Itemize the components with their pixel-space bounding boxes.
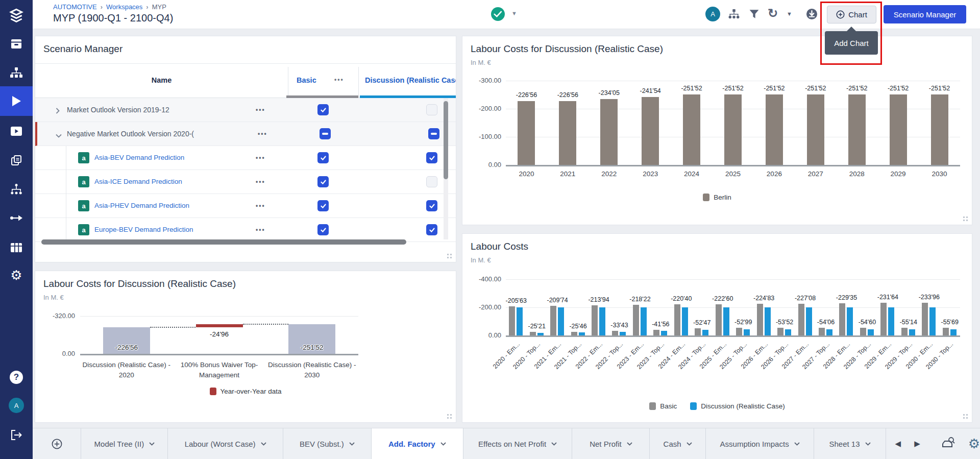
data-bar-basic[interactable] xyxy=(880,303,887,335)
sidebar-item-help[interactable]: ? xyxy=(0,363,33,392)
discussion-checkbox-unchecked[interactable] xyxy=(426,104,437,115)
sidebar-item-sitemap[interactable] xyxy=(0,58,33,88)
publish-icon[interactable] xyxy=(942,437,955,451)
discussion-checkbox-unchecked[interactable] xyxy=(426,176,437,187)
row-menu-dots[interactable]: ••• xyxy=(256,226,265,233)
table-row[interactable]: Negative Market Outlook Version 2020-(••… xyxy=(35,122,456,146)
data-bar-berlin[interactable] xyxy=(931,94,948,165)
basic-checkbox-checked[interactable] xyxy=(317,152,329,163)
data-bar-discussion[interactable] xyxy=(847,307,853,335)
data-bar-discussion[interactable] xyxy=(641,307,647,335)
legend-item-yoy[interactable]: Year-over-Year data xyxy=(210,388,282,395)
data-bar-berlin[interactable] xyxy=(642,97,659,165)
basic-checkbox-indeterminate[interactable] xyxy=(320,128,331,139)
breadcrumb-link-automotive[interactable]: AUTOMOTIVE xyxy=(53,3,97,11)
data-bar-basic[interactable] xyxy=(550,306,556,335)
sheet-tab-effects-on-net-profit[interactable]: Effects on Net Profit xyxy=(463,428,572,459)
table-row[interactable]: aAsia-BEV Demand Prediction••• xyxy=(35,146,456,170)
table-row[interactable]: aEurope-BEV Demand Prediction••• xyxy=(35,218,456,242)
row-menu-dots[interactable]: ••• xyxy=(256,202,265,209)
data-bar-discussion[interactable] xyxy=(909,329,915,335)
data-bar-basic[interactable] xyxy=(943,328,949,335)
chevron-down-icon[interactable] xyxy=(56,131,62,140)
basic-checkbox-checked[interactable] xyxy=(317,200,329,211)
assumption-link[interactable]: Asia-BEV Demand Prediction xyxy=(94,154,184,161)
sidebar-item-presentation[interactable] xyxy=(0,116,33,146)
data-bar-discussion[interactable] xyxy=(517,307,523,335)
data-bar-basic[interactable] xyxy=(695,328,701,335)
add-sheet-button[interactable] xyxy=(33,428,81,459)
data-bar-basic[interactable] xyxy=(819,328,825,335)
panel-resize-handle[interactable] xyxy=(447,254,449,255)
data-bar-discussion[interactable] xyxy=(868,329,874,335)
data-bar-discussion[interactable] xyxy=(661,331,667,335)
data-bar-berlin[interactable] xyxy=(766,94,783,165)
data-bar-berlin[interactable] xyxy=(848,94,866,165)
basic-column-menu-dots[interactable]: ••• xyxy=(334,76,344,83)
sheet-tab-assumption-impacts[interactable]: Assumption Impacts xyxy=(705,428,814,459)
data-bar-discussion[interactable] xyxy=(723,307,729,335)
basic-checkbox-checked[interactable] xyxy=(317,224,329,235)
horizontal-scrollbar-thumb[interactable] xyxy=(41,239,406,245)
data-bar-basic[interactable] xyxy=(530,332,536,335)
sidebar-avatar[interactable]: A xyxy=(0,391,33,420)
data-bar-basic[interactable] xyxy=(633,305,639,335)
refresh-icon[interactable]: ↻ xyxy=(768,6,778,20)
discussion-checkbox-checked[interactable] xyxy=(426,224,437,235)
data-bar-berlin[interactable] xyxy=(807,94,824,165)
data-bar-discussion[interactable] xyxy=(950,329,957,335)
discussion-checkbox-indeterminate[interactable] xyxy=(428,128,439,139)
data-bar-discussion[interactable] xyxy=(765,307,771,335)
sidebar-item-logout[interactable] xyxy=(0,420,33,450)
data-bar-discussion[interactable] xyxy=(929,307,936,335)
data-bar-basic[interactable] xyxy=(716,304,722,335)
legend-item[interactable]: Basic xyxy=(649,402,677,410)
data-bar-discussion[interactable] xyxy=(537,333,544,335)
column-header-basic[interactable]: Basic xyxy=(297,76,316,84)
table-row[interactable]: aAsia-PHEV Demand Prediction••• xyxy=(35,194,456,218)
scenario-manager-button[interactable]: Scenario Manager xyxy=(884,5,966,23)
sheet-settings-gear-icon[interactable]: ⚙ xyxy=(968,436,980,452)
data-bar-berlin[interactable] xyxy=(724,94,742,165)
sidebar-item-simulation-active[interactable] xyxy=(0,86,33,116)
refresh-dropdown-caret-icon[interactable]: ▼ xyxy=(787,11,792,17)
filter-icon[interactable] xyxy=(749,9,759,21)
panel-resize-handle[interactable] xyxy=(447,414,449,416)
data-bar-discussion[interactable] xyxy=(826,329,832,335)
chevron-right-icon[interactable] xyxy=(56,107,60,116)
sheet-tab-add-factory[interactable]: Add. Factory xyxy=(371,428,463,459)
data-bar-berlin[interactable] xyxy=(518,101,535,165)
data-bar-basic[interactable] xyxy=(674,304,680,335)
data-bar-basic[interactable] xyxy=(860,328,866,335)
data-bar-discussion[interactable] xyxy=(806,307,812,335)
status-dropdown-caret-icon[interactable]: ▼ xyxy=(511,10,517,16)
assumption-link[interactable]: Asia-PHEV Demand Prediction xyxy=(94,202,189,209)
column-header-discussion[interactable]: Discussion (Realistic Case) xyxy=(365,76,456,84)
table-row[interactable]: Market Outlook Version 2019-12••• xyxy=(35,98,456,122)
row-menu-dots[interactable]: ••• xyxy=(256,178,265,185)
data-bar-basic[interactable] xyxy=(592,305,598,335)
data-bar-berlin[interactable] xyxy=(600,99,618,165)
sheet-tab-sheet-13[interactable]: Sheet 13 xyxy=(814,428,885,459)
data-bar-basic[interactable] xyxy=(736,328,742,335)
scroll-tabs-right-icon[interactable]: ▶ xyxy=(914,439,920,448)
data-bar-basic[interactable] xyxy=(612,331,618,335)
data-bar-basic[interactable] xyxy=(839,303,845,335)
data-bar-delta[interactable] xyxy=(196,324,243,327)
sidebar-item-archive[interactable] xyxy=(0,29,33,59)
scroll-tabs-left-icon[interactable]: ◀ xyxy=(895,439,901,448)
data-bar-discussion[interactable] xyxy=(558,307,564,335)
download-icon[interactable] xyxy=(806,8,818,22)
assumption-link[interactable]: Asia-ICE Demand Prediction xyxy=(94,178,182,185)
model-sitemap-icon[interactable] xyxy=(728,9,740,22)
data-bar-berlin[interactable] xyxy=(683,94,700,165)
data-bar-basic[interactable] xyxy=(922,303,928,335)
data-bar-basic[interactable] xyxy=(571,332,577,335)
basic-checkbox-checked[interactable] xyxy=(317,176,329,187)
legend-item-berlin[interactable]: Berlin xyxy=(703,194,731,201)
sheet-tab-bev-subst-[interactable]: BEV (Subst.) xyxy=(283,428,371,459)
basic-checkbox-checked[interactable] xyxy=(317,104,329,115)
data-bar-discussion[interactable] xyxy=(785,329,791,335)
data-bar-discussion[interactable] xyxy=(888,307,894,335)
sheet-tab-cash[interactable]: Cash xyxy=(649,428,705,459)
